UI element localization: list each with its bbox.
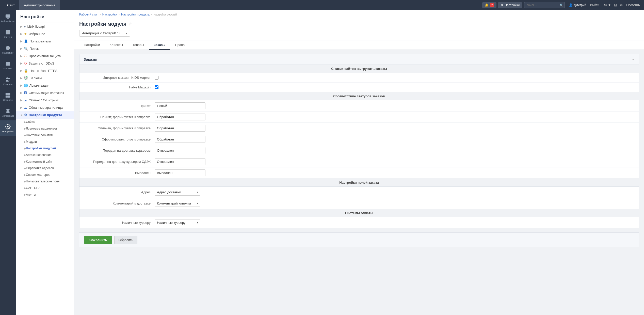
nav-item-proactive[interactable]: ▶ 🛡 Проактивная защита xyxy=(16,52,74,60)
nav-item-ddos[interactable]: ▶ 🛡 Защита от DDoS xyxy=(16,60,74,67)
nav-item-favorites[interactable]: ▶ ★ Избранное xyxy=(16,30,74,38)
tab-products[interactable]: Товары xyxy=(128,40,149,50)
settings-topbar-button[interactable]: ⚙ Настройки xyxy=(498,2,522,8)
field-address-select[interactable]: Адрес доставки xyxy=(155,189,200,196)
sidebar-item-label-content: Контент xyxy=(4,36,12,38)
tab-rights[interactable]: Права xyxy=(170,40,189,50)
status-header: Соответствие статусов заказов xyxy=(79,92,639,100)
reset-button[interactable]: Сбросить xyxy=(114,236,138,244)
status-courier-input[interactable] xyxy=(155,147,205,154)
status-completed-value xyxy=(155,169,635,176)
status-sdek-value xyxy=(155,158,635,165)
admin-tab[interactable]: Администрирование xyxy=(19,0,60,10)
tabs-row: Настройки Клиенты Товары Заказы Права xyxy=(74,40,644,50)
sidebar-item-marketing[interactable]: Маркетинг xyxy=(0,42,16,57)
expand-icon-https: ▶ xyxy=(20,69,22,72)
nav-sidebar: Настройки ▶ ● bitrix liveapi ▶ ★ Избранн… xyxy=(16,10,74,315)
site-kids-label: Интернет-магазин KIDS маркет xyxy=(84,76,155,80)
nav-item-cloudstorage[interactable]: ▶ ☁ Облачные хранилища xyxy=(16,104,74,111)
breadcrumb-product[interactable]: Настройки продукта xyxy=(121,13,150,16)
tab-orders[interactable]: Заказы xyxy=(149,40,170,50)
arrow-icon-sites: ▶ xyxy=(24,120,26,124)
favorite-star-icon[interactable]: ☆ xyxy=(128,22,132,26)
orders-section-title: Заказы xyxy=(84,57,97,61)
sidebar-item-shop[interactable]: Магазин xyxy=(0,57,16,73)
field-address-select-wrap: Адрес доставки xyxy=(155,189,200,196)
field-delivery-comment-select[interactable]: Комментарий клиента xyxy=(155,200,200,207)
nav-label-users: Пользователи xyxy=(29,39,51,43)
status-accepted-input[interactable] xyxy=(155,102,205,109)
nav-sub-item-mailevents[interactable]: ▶ Почтовые события xyxy=(16,132,74,138)
status-accepted-forming-input[interactable] xyxy=(155,114,205,120)
nav-sub-item-sites[interactable]: ▶ Сайты xyxy=(16,119,74,125)
nav-sub-item-langparams[interactable]: ▶ Языковые параметры xyxy=(16,125,74,132)
nav-item-product[interactable]: ▼ ⚙ Настройки продукта xyxy=(16,111,74,119)
nav-item-search[interactable]: ▶ 🔍 Поиск xyxy=(16,45,74,52)
module-dropdown[interactable]: Интеграция с tradepult.ru xyxy=(79,30,130,37)
payment-cash-courier-select[interactable]: Наличные курьеру xyxy=(155,219,200,226)
nav-item-users[interactable]: ▶ 👤 Пользователи xyxy=(16,38,74,45)
nav-item-currency[interactable]: ▶ 💱 Валюты xyxy=(16,74,74,82)
nav-sub-item-agents[interactable]: ▶ Агенты xyxy=(16,191,74,198)
window-icon[interactable]: ⊡ xyxy=(613,3,619,7)
nav-sub-item-masters[interactable]: ▶ Список мастеров xyxy=(16,171,74,178)
site-kids-checkbox[interactable] xyxy=(155,76,158,80)
status-formed-ready-input[interactable] xyxy=(155,136,205,143)
nav-sub-item-addresses[interactable]: ▶ Обработка адресов xyxy=(16,165,74,171)
breadcrumb: Рабочий стол › Настройки › Настройки про… xyxy=(74,10,644,18)
fields-header: Настройки полей заказа xyxy=(79,179,639,187)
nav-sub-item-modules[interactable]: ▶ Модули xyxy=(16,138,74,145)
orders-section-header[interactable]: Заказы ▼ xyxy=(79,54,639,65)
desktop-icon xyxy=(5,14,11,19)
nav-sub-item-module-settings[interactable]: ▶ Настройки модулей xyxy=(16,145,74,152)
settings-icon xyxy=(5,124,11,130)
sidebar-item-marketplace[interactable]: Marketplace xyxy=(0,105,16,120)
sidebar-item-desktop[interactable]: Рабочий стол xyxy=(0,10,16,26)
notifications-button[interactable]: 🔔 7 xyxy=(482,2,496,8)
expand-icon-users: ▶ xyxy=(20,40,22,43)
user-menu[interactable]: 👤 Дмитрий xyxy=(567,3,588,7)
settings-label: Настройки xyxy=(505,3,520,7)
status-paid-forming-row: Оплачен, формируется к отправке xyxy=(79,123,639,134)
nav-sub-item-composite[interactable]: ▶ Композитный сайт xyxy=(16,158,74,165)
status-paid-forming-input[interactable] xyxy=(155,125,205,132)
save-button[interactable]: Сохранить xyxy=(84,236,112,244)
status-accepted-value xyxy=(155,102,635,109)
sidebar-item-content[interactable]: Контент xyxy=(0,26,16,42)
sidebar-item-services[interactable]: Сервисы xyxy=(0,89,16,105)
svg-rect-16 xyxy=(8,95,10,97)
nav-label-product: Настройки продукта xyxy=(29,113,62,117)
status-sdek-input[interactable] xyxy=(155,158,205,165)
nav-item-cloud1c[interactable]: ▶ ☁ Облако 1С-Битрикс xyxy=(16,97,74,104)
site-falke-checkbox[interactable] xyxy=(155,85,158,89)
pencil-icon[interactable]: ✏ xyxy=(619,3,625,7)
marketing-icon xyxy=(5,45,11,51)
nav-label-imgopt: Оптимизация картинок xyxy=(29,91,64,95)
nav-sub-item-customfields[interactable]: ▶ Пользовательские поля xyxy=(16,178,74,185)
nav-item-https[interactable]: ▶ 🔒 Настройка HTTPS xyxy=(16,67,74,74)
expand-icon-search: ▶ xyxy=(20,47,22,50)
breadcrumb-settings[interactable]: Настройки xyxy=(102,13,117,16)
status-completed-input[interactable] xyxy=(155,169,205,176)
site-tab[interactable]: Сайт xyxy=(3,0,19,10)
search-icon: 🔍 xyxy=(560,4,563,7)
shield-icon-ddos: 🛡 xyxy=(24,61,27,65)
sidebar-item-settings[interactable]: Настройки xyxy=(0,120,16,136)
nav-item-localization[interactable]: ▶ 🌐 Локализация xyxy=(16,82,74,89)
breadcrumb-desktop[interactable]: Рабочий стол xyxy=(79,13,98,16)
nav-sub-item-autocaching[interactable]: ▶ Автокеширование xyxy=(16,152,74,158)
payment-cash-courier-select-wrap: Наличные курьеру xyxy=(155,219,200,226)
sidebar-item-clients[interactable]: Клиенты xyxy=(0,73,16,89)
svg-rect-14 xyxy=(8,93,10,95)
help-button[interactable]: Помощь xyxy=(625,3,641,7)
nav-sub-item-captcha[interactable]: ▶ CAPTCHA xyxy=(16,185,74,191)
tab-settings[interactable]: Настройки xyxy=(79,40,105,50)
logout-button[interactable]: Выйти xyxy=(588,3,601,7)
search-input[interactable] xyxy=(524,2,565,8)
product-icon: ⚙ xyxy=(24,113,27,117)
language-selector[interactable]: RU ▼ xyxy=(601,3,613,7)
tab-clients[interactable]: Клиенты xyxy=(105,40,127,50)
nav-item-liveapi[interactable]: ▶ ● bitrix liveapi xyxy=(16,23,74,30)
arrow-icon-agents: ▶ xyxy=(24,193,26,196)
nav-item-imgopt[interactable]: ▶ 🖼 Оптимизация картинок xyxy=(16,89,74,97)
